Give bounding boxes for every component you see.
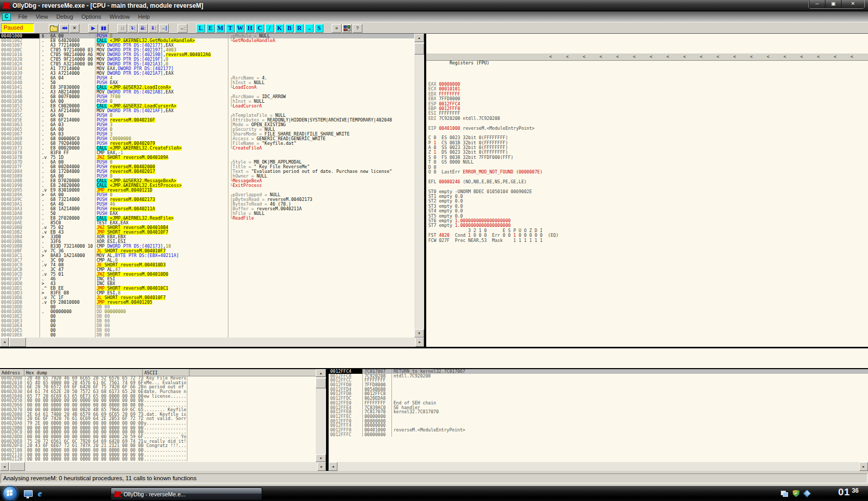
- registers-pane-header[interactable]: Registers (FPU) < < < < < < < < < < < < …: [426, 53, 868, 61]
- dump-row[interactable]: 004020F020 43 6F 6E67 72 61 747A 20 21 2…: [0, 443, 316, 448]
- security-shield-icon[interactable]: ✔: [793, 490, 799, 497]
- scroll-down-button[interactable]: ▼: [414, 329, 424, 337]
- disasm-row[interactable]: 0040105C.6A 00PUSH 0┌hTemplateFile = NUL…: [0, 113, 414, 118]
- disasm-row[interactable]: 004010B0.v75 02JNZ SHORT reverseM.004010…: [0, 225, 414, 230]
- register-line[interactable]: ST1 empty 0.0: [428, 194, 868, 199]
- disassembly-pane[interactable]: 00401000$6A 00PUSH 0┌pModule = NULL00401…: [0, 34, 414, 337]
- close-button[interactable]: ✕: [841, 0, 864, 8]
- register-line[interactable]: EFL 00080246 (NO,NB,E,BE,NS,PE,GE,LE): [428, 180, 868, 184]
- exec-till-return-button[interactable]: →|: [159, 24, 169, 33]
- disasm-row[interactable]: 004010DD00DB 00: [0, 305, 414, 309]
- disasm-row[interactable]: 0040108B.E8 D7020000CALL <JMP.&USER32.Me…: [0, 179, 414, 183]
- scroll-thumb[interactable]: [414, 43, 424, 55]
- disasm-row[interactable]: 00401057.A3 AF214000MOV DWORD PTR DS:[40…: [0, 109, 414, 113]
- stack-row[interactable]: 0012FFEC00000000: [329, 414, 868, 419]
- scroll-thumb[interactable]: [316, 378, 326, 388]
- internet-explorer-icon[interactable]: e: [38, 489, 42, 498]
- register-line[interactable]: T 0 GS 0000 NULL: [428, 160, 868, 165]
- disasm-row[interactable]: 004010D0>43INC EBX: [0, 281, 414, 286]
- disasm-row[interactable]: 004010E300DB 00: [0, 319, 414, 323]
- register-line[interactable]: ST3 empty 0.0: [428, 204, 868, 209]
- goto-button[interactable]: →:: [178, 24, 187, 33]
- pane-button-c[interactable]: C: [255, 24, 264, 33]
- register-line[interactable]: ST4 empty 0.0: [428, 209, 868, 213]
- disasm-row[interactable]: 004010C9.v74 08JE SHORT reverseM.004010D…: [0, 263, 414, 267]
- grid-button[interactable]: [342, 24, 352, 33]
- close-x-button[interactable]: ✕: [70, 24, 79, 33]
- disasm-row[interactable]: 004010E600DB 00: [0, 333, 414, 337]
- stack-horizontal-scrollbar[interactable]: ◄ ►: [329, 462, 868, 471]
- register-line[interactable]: O 0 LastErr ERROR_MOD_NOT_FOUND (0000007…: [428, 170, 868, 174]
- stack-row[interactable]: 0012FFD80012FFC8: [329, 391, 868, 396]
- dump-row[interactable]: 004020A079 2E 00 0000 00 00 0000 00 00 0…: [0, 421, 316, 426]
- register-line[interactable]: ST0 empty -UNORM BDEC 01050104 0069002E: [428, 189, 868, 194]
- disasm-row[interactable]: 00401007.A3 77214000MOV DWORD PTR DS:[40…: [0, 43, 414, 48]
- dump-row[interactable]: 0040209020 6E 6F 7420 76 61 6C69 64 2E 2…: [0, 416, 316, 421]
- disasm-row[interactable]: 00401016.C705 9B214000 A6MOV DWORD PTR D…: [0, 52, 414, 57]
- menu-debug[interactable]: Debug: [52, 12, 77, 21]
- disasm-row[interactable]: 0040102A.C705 A3214000 00MOV DWORD PTR D…: [0, 62, 414, 66]
- disasm-row[interactable]: 00401063.6A 03PUSH 3│Mode = OPEN_EXISTIN…: [0, 123, 414, 127]
- dump-row[interactable]: 0040205000 00 00 0000 00 00 0000 00 00 0…: [0, 398, 316, 403]
- disasm-row[interactable]: 004010B4>33DBXOR EBX,EBX: [0, 235, 414, 239]
- dump-horizontal-scrollbar[interactable]: ◄ ►: [0, 462, 326, 471]
- register-line[interactable]: ST2 empty 0.0: [428, 199, 868, 204]
- stack-row[interactable]: 0012FFD48054B6B8: [329, 387, 868, 392]
- disasm-row[interactable]: 0040100C.C705 97214000 03MOV DWORD PTR D…: [0, 48, 414, 52]
- dump-row[interactable]: 004020D000 00 00 0000 00 00 0000 00 00 0…: [0, 435, 316, 439]
- stack-row[interactable]: 0012FFDC8620EDA8: [329, 396, 868, 401]
- pane-button-h[interactable]: H: [246, 24, 254, 33]
- scroll-left-button[interactable]: ◄: [0, 337, 9, 347]
- run-button[interactable]: ▶: [88, 24, 98, 33]
- dump-row[interactable]: 0040207000 00 00 0000 00 00 0020 4B 65 7…: [0, 408, 316, 412]
- disasm-row[interactable]: 0040109A>6A 00PUSH 0┌pOverlapped = NULL: [0, 193, 414, 197]
- disasm-row[interactable]: 00401052.E8 C8020000CALL <JMP.&USER32.Lo…: [0, 104, 414, 109]
- disasm-row[interactable]: 004010AE.85C0TEST EAX,EAX: [0, 221, 414, 225]
- pane-button-r[interactable]: R: [295, 24, 304, 33]
- disasm-row[interactable]: 0040107B.v75 1DJNZ SHORT reverseM.004010…: [0, 155, 414, 160]
- disassembly-vertical-scrollbar[interactable]: ▲ ▼: [414, 34, 424, 337]
- register-line[interactable]: S 0 FS 0038 32bit 7FFDF000(FFF): [428, 155, 868, 160]
- dump-row[interactable]: 004020B000 00 00 0000 00 00 0000 00 00 0…: [0, 426, 316, 430]
- scroll-right-button[interactable]: ►: [415, 337, 424, 347]
- scroll-right-button[interactable]: ►: [859, 462, 868, 471]
- dump-row[interactable]: 0040200020 4B 65 7920 46 69 6C65 20 52 6…: [0, 376, 316, 381]
- pane-button-s[interactable]: S: [315, 24, 323, 33]
- dump-column-header[interactable]: Hex dump: [24, 369, 143, 376]
- menu-window[interactable]: Window: [105, 12, 134, 21]
- dump-vertical-scrollbar[interactable]: ▲ ▼: [316, 369, 326, 462]
- disasm-row[interactable]: 004010A1.6A 46PUSH 46│BytesToRead = 46 (…: [0, 202, 414, 207]
- disassembly-horizontal-scrollbar[interactable]: ◄ ►: [0, 337, 424, 347]
- list-button[interactable]: ≡: [332, 24, 342, 33]
- disasm-row[interactable]: 004010DE.00000000DD 00000000: [0, 309, 414, 314]
- disasm-row[interactable]: 0040109C.68 73214000PUSH reverseM.004021…: [0, 197, 414, 202]
- step-into-button[interactable]: ↓:: [117, 24, 127, 33]
- disasm-row[interactable]: 00401084.68 17204000PUSH reverseM.004020…: [0, 169, 414, 174]
- network-tray-icon[interactable]: [781, 491, 788, 497]
- menu-options[interactable]: Options: [77, 12, 105, 21]
- disasm-row[interactable]: 00401020.C705 9F214000 00MOV DWORD PTR D…: [0, 57, 414, 62]
- pane-button-m[interactable]: M: [216, 24, 225, 33]
- disasm-row[interactable]: 004010A3.68 1A214000PUSH reverseM.004021…: [0, 207, 414, 211]
- disasm-row[interactable]: 004010E500DB 00: [0, 328, 414, 333]
- stack-row[interactable]: 0012FFCCFFFFFFFF: [329, 378, 868, 383]
- dump-row[interactable]: 0040204065 77 20 6C69 63 65 6E73 65 00 0…: [0, 394, 316, 399]
- dump-row[interactable]: 0040203064 61 74 652E 20 50 7572 63 68 6…: [0, 389, 316, 394]
- disasm-row[interactable]: 004010CB.3C 47CMP AL,47: [0, 267, 414, 272]
- disasm-row[interactable]: 004010B6.33F6XOR ESI,ESI: [0, 239, 414, 244]
- disasm-row[interactable]: 004010C7.3C 00CMP AL,0: [0, 258, 414, 263]
- pane-button-slash[interactable]: /: [265, 24, 274, 33]
- scroll-right-button[interactable]: ►: [317, 462, 326, 471]
- scroll-thumb[interactable]: [9, 337, 26, 347]
- disasm-row[interactable]: 00401095.vE9 83010000JMP reverseM.004012…: [0, 188, 414, 193]
- stack-row[interactable]: 0012FFE0FFFFFFFFEnd of SEH chain: [329, 401, 868, 405]
- register-line[interactable]: ESP 0012FFC4: [428, 102, 868, 106]
- disasm-row[interactable]: 004010BF.v7C 36JL SHORT reverseM.004010F…: [0, 249, 414, 253]
- pane-button-e[interactable]: E: [206, 24, 215, 33]
- animate-into-button[interactable]: ⇊:: [138, 24, 148, 33]
- show-desktop-icon[interactable]: [24, 490, 33, 497]
- register-line[interactable]: EBP 0012FFF0: [428, 106, 868, 111]
- disasm-row[interactable]: 00401073.E8 0B020000CALL <JMP.&KERNEL32.…: [0, 146, 414, 151]
- dump-column-header[interactable]: Address: [0, 369, 24, 376]
- disasm-row[interactable]: 004010D3>83FE 08CMP ESI,8: [0, 291, 414, 295]
